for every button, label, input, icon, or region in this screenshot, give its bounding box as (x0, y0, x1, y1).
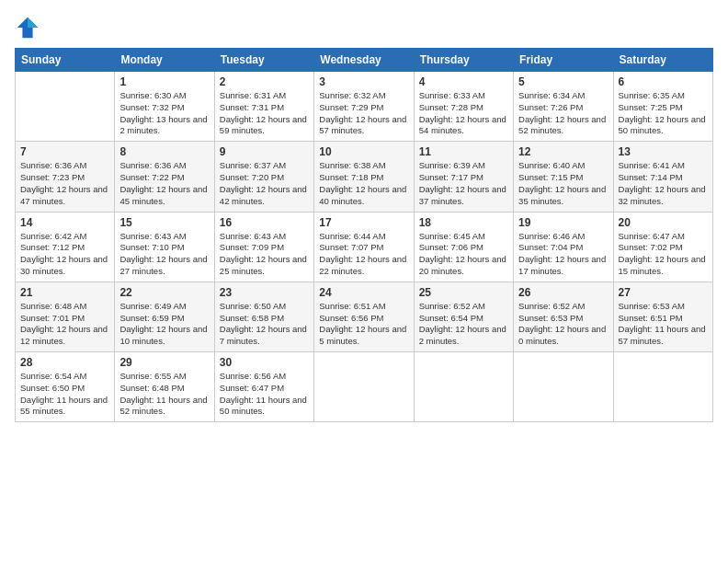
calendar-cell: 8Sunrise: 6:36 AM Sunset: 7:22 PM Daylig… (115, 142, 214, 212)
day-info: Sunrise: 6:43 AM Sunset: 7:09 PM Dayligh… (220, 231, 309, 278)
day-number: 19 (518, 216, 608, 229)
calendar-cell: 17Sunrise: 6:44 AM Sunset: 7:07 PM Dayli… (314, 212, 414, 282)
day-number: 11 (419, 145, 508, 158)
page-header (15, 15, 713, 40)
calendar-cell: 15Sunrise: 6:43 AM Sunset: 7:10 PM Dayli… (115, 212, 214, 282)
day-number: 8 (119, 145, 209, 158)
day-number: 15 (119, 216, 209, 229)
calendar-cell: 4Sunrise: 6:33 AM Sunset: 7:28 PM Daylig… (414, 72, 513, 142)
day-number: 5 (518, 75, 608, 88)
day-info: Sunrise: 6:54 AM Sunset: 6:50 PM Dayligh… (20, 371, 109, 418)
weekday-header-friday: Friday (514, 49, 613, 72)
calendar: SundayMondayTuesdayWednesdayThursdayFrid… (15, 48, 713, 422)
calendar-week-row: 14Sunrise: 6:42 AM Sunset: 7:12 PM Dayli… (16, 212, 713, 282)
day-info: Sunrise: 6:42 AM Sunset: 7:12 PM Dayligh… (20, 231, 109, 278)
calendar-cell: 27Sunrise: 6:53 AM Sunset: 6:51 PM Dayli… (613, 282, 712, 351)
calendar-week-row: 1Sunrise: 6:30 AM Sunset: 7:32 PM Daylig… (16, 72, 713, 142)
calendar-cell (414, 352, 513, 422)
weekday-header-saturday: Saturday (613, 49, 712, 72)
calendar-cell: 2Sunrise: 6:31 AM Sunset: 7:31 PM Daylig… (214, 72, 313, 142)
day-info: Sunrise: 6:41 AM Sunset: 7:14 PM Dayligh… (619, 160, 708, 207)
calendar-week-row: 7Sunrise: 6:36 AM Sunset: 7:23 PM Daylig… (16, 142, 713, 212)
calendar-cell: 12Sunrise: 6:40 AM Sunset: 7:15 PM Dayli… (514, 142, 613, 212)
day-info: Sunrise: 6:53 AM Sunset: 6:51 PM Dayligh… (619, 301, 708, 348)
day-number: 26 (518, 286, 608, 299)
day-number: 1 (119, 75, 209, 88)
svg-marker-1 (28, 17, 38, 28)
day-info: Sunrise: 6:49 AM Sunset: 6:59 PM Dayligh… (119, 301, 209, 348)
calendar-cell: 1Sunrise: 6:30 AM Sunset: 7:32 PM Daylig… (115, 72, 214, 142)
day-number: 14 (20, 216, 109, 229)
day-info: Sunrise: 6:38 AM Sunset: 7:18 PM Dayligh… (319, 160, 408, 207)
calendar-cell: 23Sunrise: 6:50 AM Sunset: 6:58 PM Dayli… (214, 282, 313, 351)
day-info: Sunrise: 6:30 AM Sunset: 7:32 PM Dayligh… (119, 90, 209, 137)
day-number: 18 (419, 216, 508, 229)
day-number: 2 (220, 75, 309, 88)
calendar-cell: 9Sunrise: 6:37 AM Sunset: 7:20 PM Daylig… (214, 142, 313, 212)
day-info: Sunrise: 6:31 AM Sunset: 7:31 PM Dayligh… (220, 90, 309, 137)
calendar-cell (514, 352, 613, 422)
day-number: 20 (619, 216, 708, 229)
day-info: Sunrise: 6:52 AM Sunset: 6:53 PM Dayligh… (518, 301, 608, 348)
day-number: 22 (119, 286, 209, 299)
calendar-cell: 29Sunrise: 6:55 AM Sunset: 6:48 PM Dayli… (115, 352, 214, 422)
calendar-week-row: 21Sunrise: 6:48 AM Sunset: 7:01 PM Dayli… (16, 282, 713, 351)
day-info: Sunrise: 6:48 AM Sunset: 7:01 PM Dayligh… (20, 301, 109, 348)
day-number: 13 (619, 145, 708, 158)
day-number: 6 (619, 75, 708, 88)
day-number: 30 (220, 356, 309, 369)
calendar-cell: 16Sunrise: 6:43 AM Sunset: 7:09 PM Dayli… (214, 212, 313, 282)
calendar-cell: 22Sunrise: 6:49 AM Sunset: 6:59 PM Dayli… (115, 282, 214, 351)
calendar-cell: 21Sunrise: 6:48 AM Sunset: 7:01 PM Dayli… (16, 282, 115, 351)
calendar-cell: 7Sunrise: 6:36 AM Sunset: 7:23 PM Daylig… (16, 142, 115, 212)
day-number: 10 (319, 145, 408, 158)
calendar-header-row: SundayMondayTuesdayWednesdayThursdayFrid… (16, 49, 713, 72)
day-number: 12 (518, 145, 608, 158)
weekday-header-wednesday: Wednesday (314, 49, 414, 72)
day-number: 3 (319, 75, 408, 88)
calendar-cell: 26Sunrise: 6:52 AM Sunset: 6:53 PM Dayli… (514, 282, 613, 351)
day-number: 24 (319, 286, 408, 299)
day-info: Sunrise: 6:55 AM Sunset: 6:48 PM Dayligh… (119, 371, 209, 418)
calendar-cell: 13Sunrise: 6:41 AM Sunset: 7:14 PM Dayli… (613, 142, 712, 212)
calendar-cell: 19Sunrise: 6:46 AM Sunset: 7:04 PM Dayli… (514, 212, 613, 282)
day-number: 21 (20, 286, 109, 299)
weekday-header-tuesday: Tuesday (214, 49, 313, 72)
day-info: Sunrise: 6:36 AM Sunset: 7:23 PM Dayligh… (20, 160, 109, 207)
calendar-cell: 18Sunrise: 6:45 AM Sunset: 7:06 PM Dayli… (414, 212, 513, 282)
calendar-cell: 3Sunrise: 6:32 AM Sunset: 7:29 PM Daylig… (314, 72, 414, 142)
calendar-cell: 6Sunrise: 6:35 AM Sunset: 7:25 PM Daylig… (613, 72, 712, 142)
day-info: Sunrise: 6:56 AM Sunset: 6:47 PM Dayligh… (220, 371, 309, 418)
calendar-cell: 30Sunrise: 6:56 AM Sunset: 6:47 PM Dayli… (214, 352, 313, 422)
day-number: 25 (419, 286, 508, 299)
day-info: Sunrise: 6:40 AM Sunset: 7:15 PM Dayligh… (518, 160, 608, 207)
day-number: 7 (20, 145, 109, 158)
day-info: Sunrise: 6:51 AM Sunset: 6:56 PM Dayligh… (319, 301, 408, 348)
day-number: 9 (220, 145, 309, 158)
day-info: Sunrise: 6:35 AM Sunset: 7:25 PM Dayligh… (619, 90, 708, 137)
day-number: 4 (419, 75, 508, 88)
weekday-header-sunday: Sunday (16, 49, 115, 72)
calendar-cell (314, 352, 414, 422)
logo (15, 15, 44, 40)
weekday-header-thursday: Thursday (414, 49, 513, 72)
calendar-cell: 5Sunrise: 6:34 AM Sunset: 7:26 PM Daylig… (514, 72, 613, 142)
calendar-cell: 20Sunrise: 6:47 AM Sunset: 7:02 PM Dayli… (613, 212, 712, 282)
day-info: Sunrise: 6:47 AM Sunset: 7:02 PM Dayligh… (619, 231, 708, 278)
day-info: Sunrise: 6:43 AM Sunset: 7:10 PM Dayligh… (119, 231, 209, 278)
calendar-cell: 28Sunrise: 6:54 AM Sunset: 6:50 PM Dayli… (16, 352, 115, 422)
calendar-cell: 11Sunrise: 6:39 AM Sunset: 7:17 PM Dayli… (414, 142, 513, 212)
day-info: Sunrise: 6:50 AM Sunset: 6:58 PM Dayligh… (220, 301, 309, 348)
day-info: Sunrise: 6:45 AM Sunset: 7:06 PM Dayligh… (419, 231, 508, 278)
day-number: 16 (220, 216, 309, 229)
day-info: Sunrise: 6:37 AM Sunset: 7:20 PM Dayligh… (220, 160, 309, 207)
weekday-header-monday: Monday (115, 49, 214, 72)
day-info: Sunrise: 6:32 AM Sunset: 7:29 PM Dayligh… (319, 90, 408, 137)
day-number: 17 (319, 216, 408, 229)
calendar-cell: 14Sunrise: 6:42 AM Sunset: 7:12 PM Dayli… (16, 212, 115, 282)
day-info: Sunrise: 6:34 AM Sunset: 7:26 PM Dayligh… (518, 90, 608, 137)
day-info: Sunrise: 6:46 AM Sunset: 7:04 PM Dayligh… (518, 231, 608, 278)
day-info: Sunrise: 6:52 AM Sunset: 6:54 PM Dayligh… (419, 301, 508, 348)
logo-icon (15, 15, 40, 40)
day-number: 23 (220, 286, 309, 299)
